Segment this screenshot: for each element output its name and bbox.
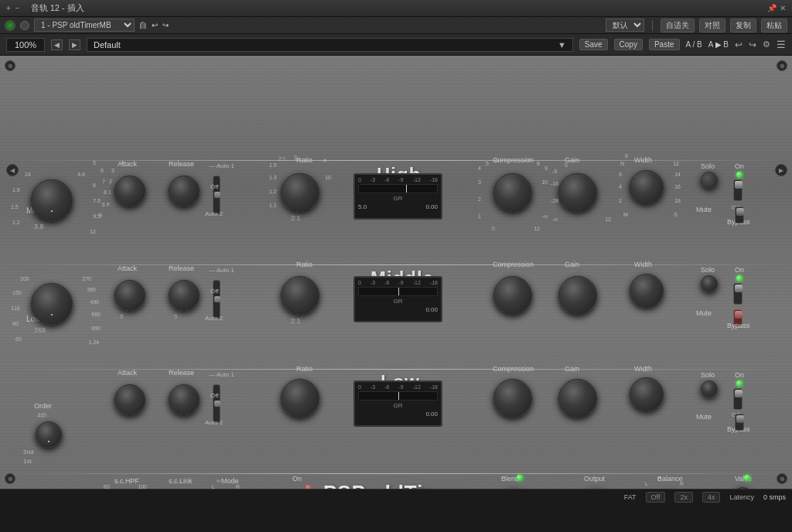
low-release-label: Release — [169, 369, 194, 377]
save-button[interactable]: Save — [579, 39, 608, 50]
mid-release-knob[interactable] — [169, 280, 200, 311]
low-mid-value: 268 — [34, 326, 46, 334]
high-gain-value: 0.00 — [425, 203, 438, 210]
mid-hi-knob[interactable] — [31, 179, 73, 221]
low-solo-knob[interactable] — [701, 380, 718, 397]
high-release-auto1: — Auto 1 — [209, 162, 234, 169]
off-button[interactable]: Off — [646, 492, 666, 503]
sc-hpf-label: s.c.HPF — [114, 477, 139, 485]
mid-attack-knob[interactable] — [114, 280, 145, 311]
blend-led — [517, 475, 523, 481]
high-width-knob[interactable] — [630, 170, 664, 204]
low-mute-label: Mute — [696, 413, 712, 421]
mid-ratio-knob[interactable] — [281, 276, 319, 315]
high-on-label: On — [735, 162, 744, 170]
low-compression-label: Compression — [493, 365, 534, 373]
bottom-on-label: On — [292, 475, 302, 483]
low-attack-knob[interactable] — [114, 384, 145, 415]
low-solo-label: Solo — [701, 371, 715, 379]
insert-icon — [20, 21, 29, 30]
low-width-knob[interactable] — [630, 377, 664, 411]
valve-knob[interactable] — [730, 487, 755, 489]
nav-arrow-top-left[interactable]: ◀ — [6, 164, 19, 176]
title-text: 音轨 12 - 插入 — [31, 2, 84, 14]
low-ratio-knob[interactable] — [281, 379, 319, 418]
order-knob[interactable] — [36, 421, 62, 448]
pair-button[interactable]: 对照 — [699, 19, 725, 32]
settings-icon[interactable]: ⚙ — [763, 39, 770, 49]
mid-mute-label: Mute — [696, 309, 712, 317]
low-off-label: Off — [210, 392, 219, 399]
mid-attack-value: 5 — [120, 313, 123, 320]
plus-icon[interactable]: + — [6, 4, 11, 12]
low-gain-label: Gain — [565, 365, 579, 373]
mid-ratio-label: Ratio — [296, 261, 312, 268]
high-release-knob[interactable] — [169, 176, 200, 206]
low-bypass-toggle[interactable] — [735, 414, 744, 431]
preset-name-display: Default — [94, 40, 121, 49]
x4-button[interactable]: 4x — [702, 492, 721, 503]
redo-icon[interactable]: ↪ — [162, 21, 169, 29]
sc-link-label: s.c.Link — [169, 477, 193, 485]
mid-bypass-label: Bypass — [727, 322, 750, 329]
pin-icon[interactable]: 📌 — [767, 4, 777, 12]
zoom-out-button[interactable]: ◀ — [51, 39, 63, 50]
mid-solo-knob[interactable] — [701, 275, 718, 292]
expand-icon-bl[interactable]: ⊕ — [5, 473, 15, 484]
low-release-toggle[interactable] — [213, 384, 220, 423]
high-compression-knob[interactable] — [493, 173, 532, 212]
low-release-knob[interactable] — [169, 384, 200, 415]
high-bypass-toggle[interactable] — [735, 206, 744, 223]
mid-on-toggle[interactable] — [733, 283, 742, 305]
low-mid-knob[interactable] — [31, 283, 73, 325]
high-ratio-label: Ratio — [296, 156, 312, 164]
power-button[interactable] — [5, 20, 15, 31]
paste2-button[interactable]: Paste — [649, 39, 680, 50]
high-solo-knob[interactable] — [701, 172, 718, 189]
title-bar: + − 音轨 12 - 插入 📌 ✕ — [0, 0, 792, 17]
window-controls: + − 音轨 12 - 插入 — [6, 2, 84, 14]
copy-button[interactable]: 复制 — [730, 19, 756, 32]
mid-compression-knob[interactable] — [493, 276, 532, 315]
expand-icon-br[interactable]: ⊕ — [777, 473, 787, 484]
copy2-button[interactable]: Copy — [614, 39, 643, 50]
nav-arrow-bottom-right[interactable]: ▶ — [775, 164, 787, 176]
low-gain-knob[interactable] — [558, 379, 597, 418]
mid-solo-label: Solo — [701, 266, 715, 274]
title-actions: 📌 ✕ — [767, 4, 786, 12]
low-compression-knob[interactable] — [493, 379, 532, 418]
minus-icon[interactable]: − — [15, 4, 20, 12]
high-auto2-label: Auto 2 — [205, 210, 223, 217]
auto-icon[interactable]: 自 — [139, 20, 147, 31]
redo-button[interactable]: ↪ — [749, 39, 756, 50]
paste-button[interactable]: 粘贴 — [761, 19, 787, 32]
undo-icon[interactable]: ↩ — [152, 21, 158, 29]
low-on-led[interactable] — [736, 380, 742, 387]
preset-select[interactable]: 1 - PSP oldTimerMB — [34, 19, 135, 32]
close-icon[interactable]: ✕ — [780, 4, 786, 12]
mid-width-knob[interactable] — [630, 274, 664, 308]
high-on-led[interactable] — [736, 172, 742, 178]
high-on-toggle[interactable] — [733, 179, 742, 201]
low-width-label: Width — [634, 365, 652, 373]
high-attack-knob[interactable] — [114, 176, 145, 206]
mid-on-led[interactable] — [736, 275, 742, 281]
self-close-button[interactable]: 自适关 — [661, 19, 695, 32]
high-gain-knob[interactable] — [558, 173, 597, 212]
expand-icon-tr[interactable]: ⊕ — [777, 60, 787, 71]
expand-icon-tl[interactable]: ⊕ — [5, 60, 15, 71]
mid-release-value: 5 — [174, 313, 177, 320]
x2-button[interactable]: 2x — [674, 492, 693, 503]
undo-button[interactable]: ↩ — [735, 39, 742, 50]
hamburger-icon[interactable]: ☰ — [777, 39, 786, 50]
mid-release-toggle[interactable] — [213, 280, 220, 319]
mid-gain-knob[interactable] — [558, 276, 597, 315]
valve-led — [744, 475, 750, 481]
high-release-label: Release — [169, 160, 194, 168]
preset-menu-icon[interactable]: ▼ — [558, 40, 566, 49]
mode-select[interactable]: 默认 — [606, 19, 644, 32]
high-ratio-knob[interactable] — [281, 173, 319, 212]
low-on-toggle[interactable] — [733, 388, 742, 410]
zoom-in-button[interactable]: ▶ — [69, 39, 80, 50]
high-release-toggle[interactable] — [213, 176, 220, 214]
